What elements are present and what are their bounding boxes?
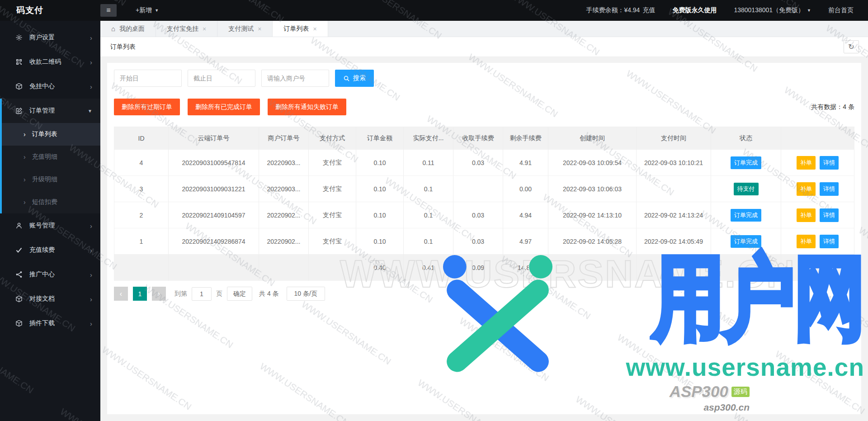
total-fee-remaining: 14.82 (503, 255, 548, 281)
patch-order-button[interactable]: 补单 (797, 156, 816, 170)
search-icon (343, 75, 350, 82)
hamburger-icon[interactable]: ≡ (100, 4, 117, 17)
col-header-fee-remaining: 剩余手续费 (503, 127, 548, 150)
start-date-input[interactable] (114, 70, 182, 87)
tab-order-list[interactable]: 订单列表 × (273, 21, 328, 37)
order-detail-button[interactable]: 详情 (820, 235, 839, 248)
sidebar-item-label: 对接文档 (29, 295, 55, 303)
sidebar-subitem-sms-fee[interactable]: › 短信扣费 (0, 191, 100, 213)
box-icon (15, 83, 23, 90)
table-header-row: ID 云端订单号 商户订单号 支付方式 订单金额 实际支付... 收取手续费 剩… (114, 127, 854, 150)
cell-status: 订单完成 (711, 150, 781, 176)
close-icon[interactable]: × (258, 25, 261, 33)
sidebar: 商户设置 › 收款二维码 › 免挂中心 › 订单管理 ▼ › 订单列表 › (0, 21, 100, 421)
cell-fee-remaining: 4.97 (503, 228, 548, 255)
patch-order-button[interactable]: 补单 (797, 182, 816, 196)
new-dropdown-label: +新增 (136, 6, 152, 14)
sidebar-item-account-management[interactable]: 账号管理 › (0, 213, 100, 238)
sidebar-group-order-management: 订单管理 ▼ › 订单列表 › 充值明细 › 升级明细 › 短信扣费 (0, 99, 100, 213)
tab-label: 订单列表 (283, 25, 309, 33)
cell-actions: 补单 详情 (781, 176, 854, 202)
close-icon[interactable]: × (203, 25, 206, 33)
order-detail-button[interactable]: 详情 (820, 182, 839, 196)
front-home-link[interactable]: 前台首页 (828, 6, 854, 14)
cell-empty (169, 255, 259, 281)
next-page-button[interactable]: › (152, 287, 166, 301)
sidebar-item-promotion-center[interactable]: 推广中心 › (0, 262, 100, 287)
sidebar-subitem-order-list[interactable]: › 订单列表 (0, 123, 100, 146)
home-icon: ⌂ (111, 25, 115, 33)
goto-confirm-button[interactable]: 确定 (227, 287, 252, 301)
close-icon[interactable]: × (313, 25, 316, 33)
cell-merchant-order-no: 20220903... (259, 150, 309, 176)
cell-cloud-order-no: 202209031009031221 (169, 176, 259, 202)
cell-created-time: 2022-09-02 14:13:10 (548, 202, 637, 228)
delete-expired-orders-button[interactable]: 删除所有过期订单 (114, 99, 180, 115)
topbar: 码支付 ≡ +新增 ▼ 手续费余额：¥4.94 充值 免费版永久使用 13800… (0, 0, 868, 21)
cell-fee-charged: 0.03 (453, 202, 503, 228)
search-row: 搜索 (114, 70, 854, 87)
cell-status: 订单完成 (711, 202, 781, 228)
search-button[interactable]: 搜索 (335, 70, 374, 87)
chevron-right-icon: › (24, 131, 26, 138)
goto-page-input[interactable] (192, 287, 212, 301)
page-unit-label: 页 (216, 290, 222, 298)
table-totals-row: 0.40 0.41 0.09 14.82 (114, 255, 854, 281)
cell-id: 4 (114, 150, 169, 176)
status-badge: 订单完成 (731, 156, 761, 169)
sidebar-subitem-recharge-detail[interactable]: › 充值明细 (0, 146, 100, 168)
content-area: 搜索 删除所有过期订单 删除所有已完成订单 删除所有通知失败订单 共有数据：4 … (100, 57, 868, 421)
page-size-select[interactable]: 10 条/页 (287, 287, 325, 301)
cell-actual-paid: 0.1 (404, 228, 453, 255)
cell-fee-remaining: 4.91 (503, 150, 548, 176)
sidebar-item-hangfree-center[interactable]: 免挂中心 › (0, 74, 100, 99)
recharge-link[interactable]: 充值 (642, 6, 655, 14)
cell-fee-remaining: 0.00 (503, 176, 548, 202)
total-actual-paid: 0.41 (404, 255, 453, 281)
col-header-pay-method: 支付方式 (309, 127, 356, 150)
cell-paid-time: 2022-09-02 14:13:24 (637, 202, 711, 228)
sidebar-item-recharge-renew[interactable]: 充值续费 › (0, 238, 100, 262)
end-date-input[interactable] (188, 70, 255, 87)
fee-balance-text: 手续费余额：¥4.94 (586, 6, 640, 14)
refresh-icon[interactable]: ↻ (844, 40, 859, 53)
app-logo: 码支付 (0, 5, 100, 16)
chevron-right-icon: › (24, 199, 26, 206)
cell-empty (711, 255, 781, 281)
current-page[interactable]: 1 (133, 287, 147, 301)
table-row: 1 202209021409286874 20220902... 支付宝 0.1… (114, 228, 854, 255)
patch-order-button[interactable]: 补单 (797, 208, 816, 222)
sidebar-subitem-upgrade-detail[interactable]: › 升级明细 (0, 168, 100, 191)
delete-completed-orders-button[interactable]: 删除所有已完成订单 (188, 99, 260, 115)
prev-page-button[interactable]: ‹ (114, 287, 128, 301)
delete-notify-failed-orders-button[interactable]: 删除所有通知失败订单 (268, 99, 346, 115)
table-row: 2 202209021409104597 20220902... 支付宝 0.1… (114, 202, 854, 228)
col-header-created-time: 创建时间 (548, 127, 637, 150)
sidebar-item-order-management[interactable]: 订单管理 ▼ (0, 99, 100, 123)
cell-cloud-order-no: 202209031009547814 (169, 150, 259, 176)
new-dropdown[interactable]: +新增 ▼ (136, 6, 159, 14)
sidebar-item-merchant-settings[interactable]: 商户设置 › (0, 25, 100, 50)
col-header-id: ID (114, 127, 169, 150)
tab-alipay-hangfree[interactable]: 支付宝免挂 × (156, 21, 217, 37)
sidebar-item-qrcode[interactable]: 收款二维码 › (0, 50, 100, 74)
tab-pay-test[interactable]: 支付测试 × (217, 21, 273, 37)
account-dropdown[interactable]: 13800138001（免费版） ▼ (734, 6, 811, 14)
patch-order-button[interactable]: 补单 (797, 235, 816, 248)
title-bar: 订单列表 ↻ (100, 37, 868, 57)
cell-paid-time (637, 176, 711, 202)
caret-down-icon: ▼ (155, 8, 159, 13)
cell-amount: 0.10 (356, 150, 404, 176)
sidebar-item-plugin-download[interactable]: 插件下载 › (0, 311, 100, 336)
sidebar-item-api-docs[interactable]: 对接文档 › (0, 287, 100, 311)
cell-amount: 0.10 (356, 176, 404, 202)
tab-my-desktop[interactable]: ⌂ 我的桌面 (100, 21, 156, 37)
cell-status: 待支付 (711, 176, 781, 202)
cell-empty (781, 255, 854, 281)
order-detail-button[interactable]: 详情 (820, 156, 839, 170)
topbar-right: 手续费余额：¥4.94 充值 免费版永久使用 13800138001（免费版） … (586, 6, 868, 14)
merchant-id-input[interactable] (261, 70, 329, 87)
order-detail-button[interactable]: 详情 (820, 208, 839, 222)
sidebar-item-label: 账号管理 (29, 222, 55, 230)
account-label: 13800138001（免费版） (734, 6, 804, 14)
